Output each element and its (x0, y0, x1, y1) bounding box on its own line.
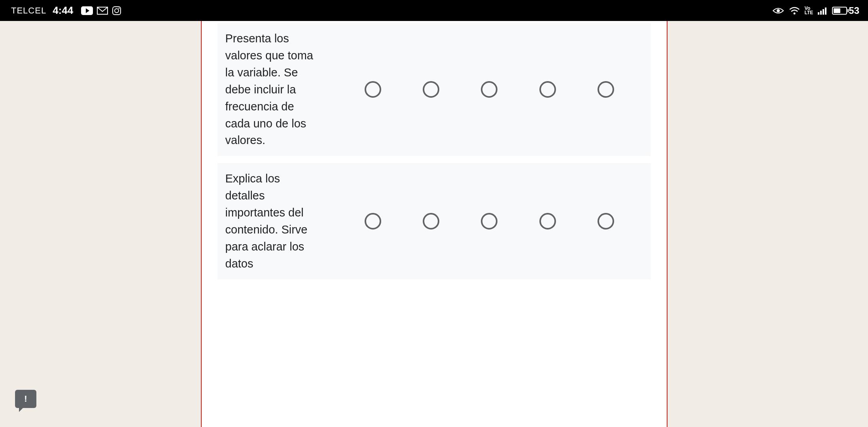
svg-rect-6 (818, 12, 819, 15)
signal-icon (818, 7, 827, 15)
radio-group (320, 81, 651, 98)
question-row: Presenta los valores que toma la variabl… (217, 23, 651, 156)
radio-option[interactable] (598, 213, 614, 230)
radio-option[interactable] (481, 213, 497, 230)
svg-rect-8 (823, 9, 824, 15)
svg-point-4 (777, 9, 780, 12)
svg-rect-9 (825, 8, 826, 15)
radio-option[interactable] (365, 213, 381, 230)
instagram-icon (112, 6, 121, 15)
question-row: Explica los detalles importantes del con… (217, 163, 651, 279)
volte-bottom: LTE (805, 11, 813, 15)
wifi-icon (789, 6, 800, 15)
radio-option[interactable] (423, 213, 439, 230)
svg-point-3 (119, 8, 120, 9)
radio-option[interactable] (539, 81, 556, 98)
page-background: Presenta los valores que toma la variabl… (0, 21, 868, 427)
svg-point-2 (115, 9, 119, 13)
radio-option[interactable] (598, 81, 614, 98)
status-right: Vo LTE 53 (772, 5, 859, 16)
status-notification-icons (81, 6, 121, 15)
svg-rect-7 (820, 11, 822, 15)
battery-percent: 53 (849, 5, 859, 16)
android-status-bar: TELCEL 4:44 Vo LTE (0, 0, 868, 21)
question-label: Presenta los valores que toma la variabl… (225, 30, 320, 149)
carrier-label: TELCEL (11, 6, 46, 16)
radio-option[interactable] (539, 213, 556, 230)
radio-option[interactable] (365, 81, 381, 98)
radio-option[interactable] (481, 81, 497, 98)
battery-icon (832, 7, 847, 15)
clock-time: 4:44 (53, 4, 73, 17)
youtube-icon (81, 6, 93, 15)
question-label: Explica los detalles importantes del con… (225, 170, 320, 272)
battery-indicator: 53 (832, 5, 859, 16)
exclamation-icon: ! (24, 395, 27, 403)
radio-option[interactable] (423, 81, 439, 98)
status-left: TELCEL 4:44 (11, 4, 121, 17)
volte-icon: Vo LTE (805, 6, 813, 15)
google-form-card: Presenta los valores que toma la variabl… (201, 21, 668, 427)
report-problem-button[interactable]: ! (15, 390, 36, 408)
eye-icon (772, 7, 784, 15)
gmail-icon (97, 7, 108, 15)
svg-point-5 (793, 12, 795, 14)
radio-group (320, 213, 651, 230)
